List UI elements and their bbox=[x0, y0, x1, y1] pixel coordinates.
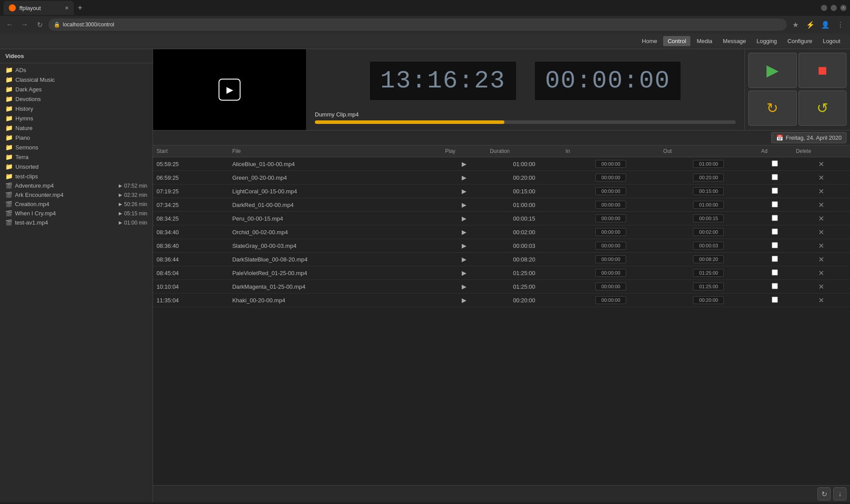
reload-btn[interactable]: ↻ bbox=[33, 18, 46, 31]
ad-checkbox[interactable] bbox=[772, 242, 778, 248]
ad-checkbox[interactable] bbox=[772, 228, 778, 235]
loop-all-button[interactable]: ↻ bbox=[748, 91, 797, 126]
folder-classical-music[interactable]: Classical Music bbox=[0, 75, 153, 84]
in-time-input[interactable] bbox=[595, 174, 626, 181]
file-when-i-cry[interactable]: When I Cry.mp4 ▶ 05:15 min bbox=[0, 209, 153, 218]
ad-checkbox[interactable] bbox=[772, 269, 778, 276]
ad-checkbox[interactable] bbox=[772, 256, 778, 262]
delete-row-btn[interactable]: ✕ bbox=[817, 268, 825, 277]
ad-checkbox[interactable] bbox=[772, 201, 778, 207]
file-test-av1[interactable]: test-av1.mp4 ▶ 01:00 min bbox=[0, 218, 153, 227]
delete-row-btn[interactable]: ✕ bbox=[817, 296, 825, 305]
row-play-btn[interactable]: ▶ bbox=[460, 282, 468, 291]
browser-tab[interactable]: ffplayout × bbox=[4, 1, 74, 15]
delete-row-btn[interactable]: ✕ bbox=[817, 255, 825, 264]
row-play-btn[interactable]: ▶ bbox=[460, 187, 468, 196]
folder-test-clips[interactable]: test-clips bbox=[0, 171, 153, 181]
address-bar[interactable]: 🔒 localhost:3000/control bbox=[48, 18, 787, 31]
out-time-input[interactable] bbox=[693, 269, 724, 277]
row-play-btn[interactable]: ▶ bbox=[460, 214, 468, 223]
loop-one-button[interactable]: ↺ bbox=[799, 91, 847, 126]
in-time-input[interactable] bbox=[595, 242, 626, 250]
in-time-input[interactable] bbox=[595, 283, 626, 290]
folder-sermons[interactable]: Sermons bbox=[0, 142, 153, 152]
file-ark-encounter[interactable]: Ark Encounter.mp4 ▶ 02:32 min bbox=[0, 190, 153, 199]
out-time-input[interactable] bbox=[693, 242, 724, 250]
out-time-input[interactable] bbox=[693, 228, 724, 236]
in-time-input[interactable] bbox=[595, 160, 626, 168]
ad-checkbox[interactable] bbox=[772, 283, 778, 289]
nav-home[interactable]: Home bbox=[638, 36, 662, 46]
delete-row-btn[interactable]: ✕ bbox=[817, 282, 825, 291]
row-play-btn[interactable]: ▶ bbox=[460, 255, 468, 264]
nav-logging[interactable]: Logging bbox=[752, 36, 781, 46]
ad-checkbox[interactable] bbox=[772, 174, 778, 180]
menu-icon[interactable]: ⋮ bbox=[834, 18, 846, 31]
nav-configure[interactable]: Configure bbox=[783, 36, 817, 46]
row-play-btn[interactable]: ▶ bbox=[460, 173, 468, 182]
close-btn[interactable]: × bbox=[840, 5, 846, 11]
out-time-input[interactable] bbox=[693, 296, 724, 304]
in-time-input[interactable] bbox=[595, 228, 626, 236]
in-time-input[interactable] bbox=[595, 296, 626, 304]
out-time-input[interactable] bbox=[693, 201, 724, 209]
file-creation[interactable]: Creation.mp4 ▶ 50:26 min bbox=[0, 199, 153, 209]
nav-message[interactable]: Message bbox=[719, 36, 751, 46]
bookmark-icon[interactable]: ★ bbox=[789, 18, 802, 31]
ad-checkbox[interactable] bbox=[772, 160, 778, 167]
delete-row-btn[interactable]: ✕ bbox=[817, 187, 825, 196]
nav-media[interactable]: Media bbox=[692, 36, 716, 46]
out-time-input[interactable] bbox=[693, 283, 724, 290]
folder-history[interactable]: History bbox=[0, 104, 153, 113]
stop-button[interactable]: ■ bbox=[799, 53, 847, 88]
refresh-playlist-btn[interactable]: ↻ bbox=[817, 487, 831, 500]
out-time-input[interactable] bbox=[693, 187, 724, 195]
delete-row-btn[interactable]: ✕ bbox=[817, 200, 825, 209]
row-play-btn[interactable]: ▶ bbox=[460, 200, 468, 209]
row-play-btn[interactable]: ▶ bbox=[460, 160, 468, 168]
new-tab-btn[interactable]: + bbox=[74, 2, 86, 14]
folder-ads[interactable]: ADs bbox=[0, 65, 153, 75]
out-time-input[interactable] bbox=[693, 214, 724, 222]
ad-checkbox[interactable] bbox=[772, 215, 778, 221]
play-button[interactable]: ▶ bbox=[748, 53, 797, 88]
row-play-btn[interactable]: ▶ bbox=[460, 228, 468, 236]
folder-terra[interactable]: Terra bbox=[0, 152, 153, 162]
video-play-button[interactable]: ▶ bbox=[219, 79, 241, 101]
folder-nature[interactable]: Nature bbox=[0, 123, 153, 133]
delete-row-btn[interactable]: ✕ bbox=[817, 228, 825, 236]
maximize-btn[interactable] bbox=[831, 5, 837, 11]
out-time-input[interactable] bbox=[693, 255, 724, 263]
delete-row-btn[interactable]: ✕ bbox=[817, 160, 825, 168]
back-btn[interactable]: ← bbox=[4, 18, 16, 31]
ad-checkbox[interactable] bbox=[772, 297, 778, 303]
tab-close-btn[interactable]: × bbox=[65, 4, 69, 11]
delete-row-btn[interactable]: ✕ bbox=[817, 241, 825, 250]
nav-logout[interactable]: Logout bbox=[818, 36, 845, 46]
profile-icon[interactable]: 👤 bbox=[819, 18, 832, 31]
folder-piano[interactable]: Piano bbox=[0, 133, 153, 142]
folder-unsorted[interactable]: Unsorted bbox=[0, 162, 153, 171]
ad-checkbox[interactable] bbox=[772, 188, 778, 194]
file-adventure[interactable]: Adventure.mp4 ▶ 07:52 min bbox=[0, 181, 153, 190]
in-time-input[interactable] bbox=[595, 255, 626, 263]
nav-control[interactable]: Control bbox=[663, 36, 690, 46]
forward-btn[interactable]: → bbox=[18, 18, 31, 31]
in-time-input[interactable] bbox=[595, 201, 626, 209]
in-time-input[interactable] bbox=[595, 214, 626, 222]
folder-hymns[interactable]: Hymns bbox=[0, 113, 153, 123]
out-time-input[interactable] bbox=[693, 174, 724, 181]
folder-dark-ages[interactable]: Dark Ages bbox=[0, 84, 153, 94]
folder-devotions[interactable]: Devotions bbox=[0, 94, 153, 104]
delete-row-btn[interactable]: ✕ bbox=[817, 214, 825, 223]
out-time-input[interactable] bbox=[693, 160, 724, 168]
row-play-btn[interactable]: ▶ bbox=[460, 241, 468, 250]
in-time-input[interactable] bbox=[595, 187, 626, 195]
minimize-btn[interactable] bbox=[821, 5, 827, 11]
row-play-btn[interactable]: ▶ bbox=[460, 268, 468, 277]
extensions-icon[interactable]: ⚡ bbox=[804, 18, 817, 31]
delete-row-btn[interactable]: ✕ bbox=[817, 173, 825, 182]
row-play-btn[interactable]: ▶ bbox=[460, 296, 468, 305]
download-playlist-btn[interactable]: ↓ bbox=[833, 487, 846, 500]
in-time-input[interactable] bbox=[595, 269, 626, 277]
